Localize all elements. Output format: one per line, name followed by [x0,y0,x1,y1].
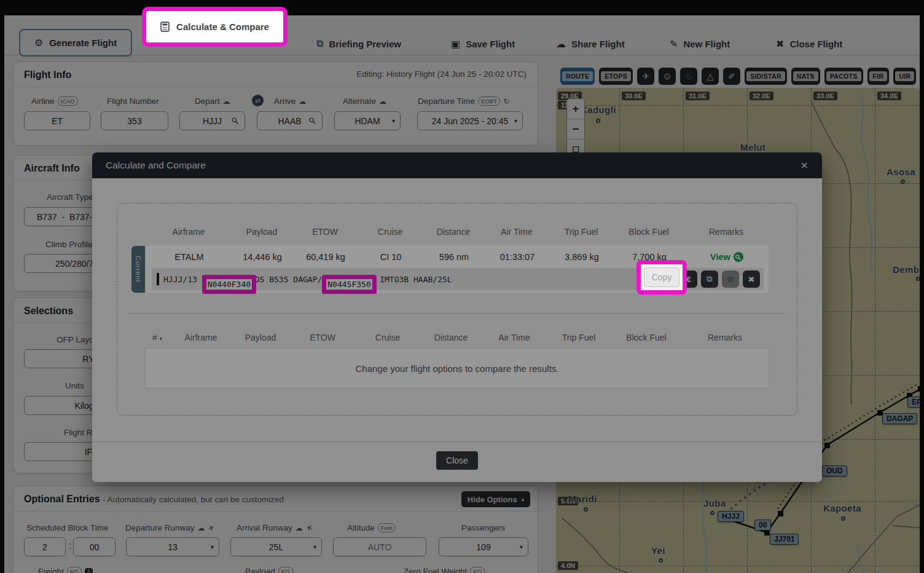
calculate-compare-button[interactable]: Calculate & Compare [142,7,288,47]
calculate-compare-label: Calculate & Compare [176,22,269,32]
app-root: { "colors": { "accent_magenta": "#e816c8… [0,0,924,573]
tutorial-dim-overlay [0,0,924,573]
copy-route-button[interactable]: Copy [644,267,679,287]
copy-route-highlight: Copy [636,260,687,294]
calculator-icon [160,22,170,32]
